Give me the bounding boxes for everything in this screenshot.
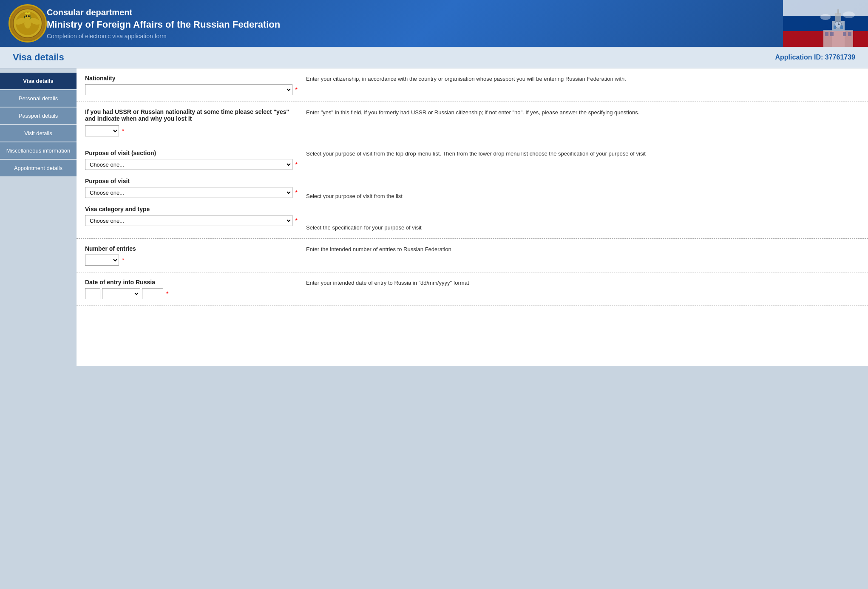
svg-point-9 [28, 15, 30, 17]
svg-point-24 [843, 11, 855, 18]
visa-category-input-row: Choose one... * [85, 215, 298, 226]
purpose-section-area: Purpose of visit (section) Choose one...… [77, 143, 868, 239]
sidebar-item-passport-details[interactable]: Passport details [0, 108, 77, 124]
svg-rect-19 [843, 32, 846, 36]
main-layout: Visa details Personal details Passport d… [0, 68, 868, 366]
date-entry-day[interactable] [85, 288, 100, 299]
nationality-required: * [295, 86, 298, 93]
purpose-section-hint: Select your purpose of visit from the to… [306, 150, 859, 232]
date-entry-label: Date of entry into Russia [85, 279, 298, 286]
svg-rect-18 [830, 32, 834, 36]
purpose-visit-select[interactable]: Choose one... [85, 187, 292, 198]
nationality-label: Nationality [85, 75, 298, 82]
visa-category-required: * [295, 217, 298, 224]
page-header: ✦ Consular department Ministry of Foreig… [0, 0, 868, 47]
mfa-building-icon [819, 8, 857, 47]
number-entries-input-row: 1 2 Multiple * [85, 255, 298, 266]
svg-point-7 [25, 14, 31, 20]
number-entries-required: * [122, 257, 124, 263]
header-title2: Ministry of Foreign Affairs of the Russi… [47, 19, 859, 30]
svg-rect-17 [825, 32, 828, 36]
ussr-nationality-label: If you had USSR or Russian nationality a… [85, 108, 298, 122]
ussr-input-row: * [85, 125, 298, 136]
ministry-logo: ✦ [9, 4, 47, 42]
purpose-visit-input-row: Choose one... * [85, 187, 298, 198]
visa-category-hint-text: Select the specification for your purpos… [306, 224, 859, 232]
sidebar-item-personal-details[interactable]: Personal details [0, 90, 77, 107]
date-entry-month[interactable]: January February March April May June Ju… [102, 288, 140, 299]
purpose-visit-label: Purpose of visit [85, 178, 298, 184]
ussr-nationality-section: If you had USSR or Russian nationality a… [77, 102, 868, 143]
purpose-visit-hint-text: Select your purpose of visit from the li… [306, 192, 859, 201]
purpose-section-required: * [295, 161, 298, 168]
ussr-nationality-select[interactable] [85, 125, 119, 136]
number-entries-section: Number of entries 1 2 Multiple * Enter t… [77, 239, 868, 272]
ussr-required: * [122, 127, 124, 134]
sidebar-item-appointment-details[interactable]: Appointment details [0, 160, 77, 176]
sidebar-item-miscellaneous-information[interactable]: Miscellaneous information [0, 142, 77, 159]
visa-category-subsection: Visa category and type Choose one... * [85, 206, 298, 226]
purpose-section-label: Purpose of visit (section) [85, 150, 298, 156]
date-entry-year[interactable] [142, 288, 163, 299]
svg-rect-22 [840, 25, 843, 29]
purpose-section-input-row: Choose one... * [85, 159, 298, 170]
header-subtitle: Completion of electronic visa applicatio… [47, 33, 859, 40]
number-entries-field-area: Number of entries 1 2 Multiple * [85, 245, 306, 266]
svg-point-8 [26, 15, 27, 17]
svg-rect-13 [837, 9, 839, 14]
date-entry-required: * [166, 290, 168, 297]
svg-rect-21 [834, 25, 836, 29]
date-entry-hint: Enter your intended date of entry to Rus… [306, 279, 859, 287]
nationality-hint: Enter your citizenship, in accordance wi… [306, 75, 859, 83]
application-id: Application ID: 37761739 [775, 54, 855, 61]
visa-category-label: Visa category and type [85, 206, 298, 212]
purpose-section-hint-text: Select your purpose of visit from the to… [306, 150, 859, 158]
purpose-section-select[interactable]: Choose one... [85, 159, 292, 170]
number-entries-hint: Enter the intended number of entries to … [306, 245, 859, 254]
form-content: Nationality * Enter your citizenship, in… [77, 68, 868, 366]
header-text: Consular department Ministry of Foreign … [47, 8, 859, 40]
purpose-visit-subsection: Purpose of visit Choose one... * [85, 178, 298, 198]
ussr-hint: Enter "yes" in this field, if you former… [306, 108, 859, 117]
date-entry-input-row: January February March April May June Ju… [85, 288, 298, 299]
visa-category-select[interactable]: Choose one... [85, 215, 292, 226]
nationality-section: Nationality * Enter your citizenship, in… [77, 68, 868, 102]
page-title-bar: Visa details Application ID: 37761739 [0, 47, 868, 68]
svg-point-23 [820, 14, 831, 20]
page-title: Visa details [13, 52, 64, 63]
header-title1: Consular department [47, 8, 859, 17]
sidebar-item-visa-details[interactable]: Visa details [0, 73, 77, 89]
svg-rect-20 [848, 32, 851, 36]
number-entries-label: Number of entries [85, 245, 298, 252]
purpose-visit-required: * [295, 189, 298, 196]
number-entries-select[interactable]: 1 2 Multiple [85, 255, 119, 266]
sidebar-item-visit-details[interactable]: Visit details [0, 125, 77, 142]
sidebar: Visa details Personal details Passport d… [0, 68, 77, 366]
ussr-field-area: If you had USSR or Russian nationality a… [85, 108, 306, 136]
date-entry-section: Date of entry into Russia January Februa… [77, 272, 868, 306]
nationality-input-row: * [85, 84, 298, 95]
date-entry-field-area: Date of entry into Russia January Februa… [85, 279, 306, 299]
nationality-field-area: Nationality * [85, 75, 306, 95]
nationality-select[interactable] [85, 84, 292, 95]
purpose-section-field-area: Purpose of visit (section) Choose one...… [85, 150, 306, 226]
